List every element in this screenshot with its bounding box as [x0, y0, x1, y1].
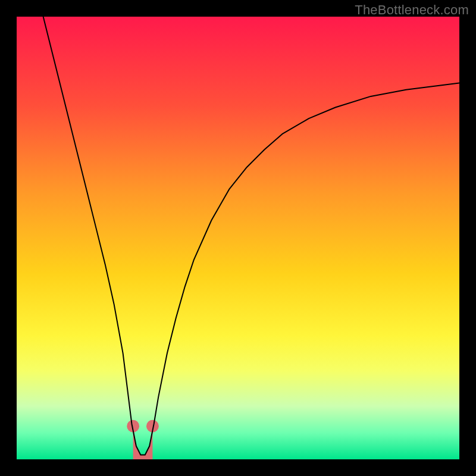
gradient-background	[17, 17, 459, 459]
chart-svg	[17, 17, 459, 459]
plot-area	[17, 17, 459, 459]
watermark-text: TheBottleneck.com	[355, 2, 469, 18]
chart-frame: TheBottleneck.com	[0, 0, 476, 476]
